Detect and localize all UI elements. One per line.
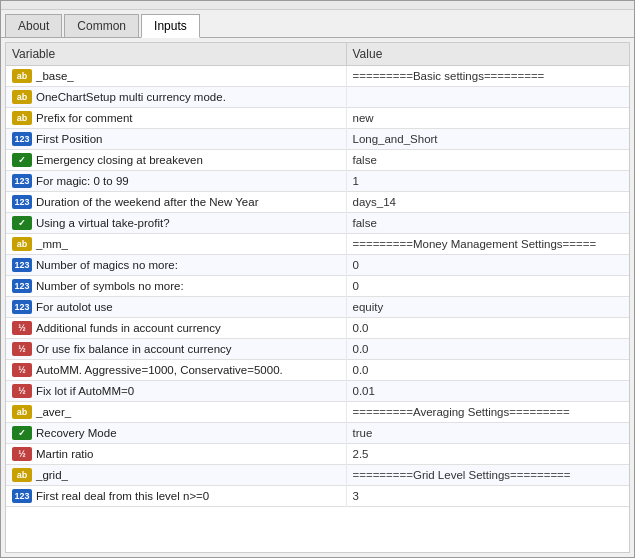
type-badge: ab	[12, 468, 32, 482]
variable-value: 0.0	[346, 318, 629, 339]
tab-inputs[interactable]: Inputs	[141, 14, 200, 38]
variable-value: =========Averaging Settings=========	[346, 402, 629, 423]
type-badge: 123	[12, 279, 32, 293]
variable-name: OneChartSetup multi currency mode.	[36, 91, 226, 103]
table-row: ✓Recovery Modetrue	[6, 423, 629, 444]
table-row: abPrefix for commentnew	[6, 108, 629, 129]
variable-name: Using a virtual take-profit?	[36, 217, 170, 229]
table-body: ab_base_=========Basic settings=========…	[6, 66, 629, 507]
inputs-table-container: Variable Value ab_base_=========Basic se…	[5, 42, 630, 553]
variable-name: Emergency closing at breakeven	[36, 154, 203, 166]
variable-value	[346, 87, 629, 108]
table-row: ½Additional funds in account currency0.0	[6, 318, 629, 339]
variable-value: true	[346, 423, 629, 444]
table-row: 123For autolot useequity	[6, 297, 629, 318]
type-badge: ab	[12, 405, 32, 419]
type-badge: 123	[12, 174, 32, 188]
table-row: ab_grid_=========Grid Level Settings====…	[6, 465, 629, 486]
type-badge: ab	[12, 111, 32, 125]
table-row: ✓Emergency closing at breakevenfalse	[6, 150, 629, 171]
tab-common[interactable]: Common	[64, 14, 139, 37]
variable-name: Duration of the weekend after the New Ye…	[36, 196, 258, 208]
variable-name: First Position	[36, 133, 102, 145]
variable-name: First real deal from this level n>=0	[36, 490, 209, 502]
type-badge: ½	[12, 342, 32, 356]
type-badge: ✓	[12, 426, 32, 440]
variable-name: _base_	[36, 70, 74, 82]
variable-name: AutoMM. Aggressive=1000, Conservative=50…	[36, 364, 283, 376]
table-row: ab_aver_=========Averaging Settings=====…	[6, 402, 629, 423]
table-row: 123First real deal from this level n>=03	[6, 486, 629, 507]
variable-name: _mm_	[36, 238, 68, 250]
table-row: ab_mm_=========Money Management Settings…	[6, 234, 629, 255]
variable-name: For magic: 0 to 99	[36, 175, 129, 187]
variable-value: =========Money Management Settings=====	[346, 234, 629, 255]
type-badge: ✓	[12, 153, 32, 167]
table-row: ½Or use fix balance in account currency0…	[6, 339, 629, 360]
variable-value: 1	[346, 171, 629, 192]
variable-name: For autolot use	[36, 301, 113, 313]
variable-value: false	[346, 150, 629, 171]
variable-name: Additional funds in account currency	[36, 322, 221, 334]
type-badge: 123	[12, 195, 32, 209]
type-badge: ½	[12, 321, 32, 335]
variable-value: false	[346, 213, 629, 234]
type-badge: ab	[12, 237, 32, 251]
variable-value: 0.0	[346, 360, 629, 381]
type-badge: 123	[12, 300, 32, 314]
type-badge: ab	[12, 90, 32, 104]
type-badge: 123	[12, 132, 32, 146]
table-row: 123First PositionLong_and_Short	[6, 129, 629, 150]
table-row: ½Fix lot if AutoMM=00.01	[6, 381, 629, 402]
variable-value: =========Basic settings=========	[346, 66, 629, 87]
variable-value: equity	[346, 297, 629, 318]
variable-value: new	[346, 108, 629, 129]
type-badge: ½	[12, 447, 32, 461]
variable-name: _grid_	[36, 469, 68, 481]
column-header-variable: Variable	[6, 43, 346, 66]
table-row: 123Duration of the weekend after the New…	[6, 192, 629, 213]
variable-value: 2.5	[346, 444, 629, 465]
table-row: ½AutoMM. Aggressive=1000, Conservative=5…	[6, 360, 629, 381]
variable-name: Prefix for comment	[36, 112, 133, 124]
variable-value: 0	[346, 255, 629, 276]
main-window: AboutCommonInputs Variable Value ab_base…	[0, 0, 635, 558]
tab-bar: AboutCommonInputs	[1, 10, 634, 38]
variable-value: =========Grid Level Settings=========	[346, 465, 629, 486]
inputs-table: Variable Value ab_base_=========Basic se…	[6, 43, 629, 507]
variable-value: 0.01	[346, 381, 629, 402]
type-badge: 123	[12, 258, 32, 272]
title-bar	[1, 1, 634, 10]
table-row: abOneChartSetup multi currency mode.	[6, 87, 629, 108]
variable-name: Or use fix balance in account currency	[36, 343, 232, 355]
variable-name: Recovery Mode	[36, 427, 117, 439]
table-row: ✓Using a virtual take-profit?false	[6, 213, 629, 234]
tab-about[interactable]: About	[5, 14, 62, 37]
type-badge: 123	[12, 489, 32, 503]
variable-name: Number of magics no more:	[36, 259, 178, 271]
variable-value: 0	[346, 276, 629, 297]
table-row: 123Number of magics no more:0	[6, 255, 629, 276]
type-badge: ½	[12, 384, 32, 398]
type-badge: ½	[12, 363, 32, 377]
type-badge: ✓	[12, 216, 32, 230]
variable-value: days_14	[346, 192, 629, 213]
variable-value: Long_and_Short	[346, 129, 629, 150]
table-row: 123Number of symbols no more:0	[6, 276, 629, 297]
variable-name: _aver_	[36, 406, 71, 418]
variable-value: 0.0	[346, 339, 629, 360]
table-row: 123For magic: 0 to 991	[6, 171, 629, 192]
table-row: ½Martin ratio2.5	[6, 444, 629, 465]
table-row: ab_base_=========Basic settings=========	[6, 66, 629, 87]
variable-name: Fix lot if AutoMM=0	[36, 385, 134, 397]
column-header-value: Value	[346, 43, 629, 66]
variable-name: Martin ratio	[36, 448, 94, 460]
variable-name: Number of symbols no more:	[36, 280, 184, 292]
variable-value: 3	[346, 486, 629, 507]
type-badge: ab	[12, 69, 32, 83]
